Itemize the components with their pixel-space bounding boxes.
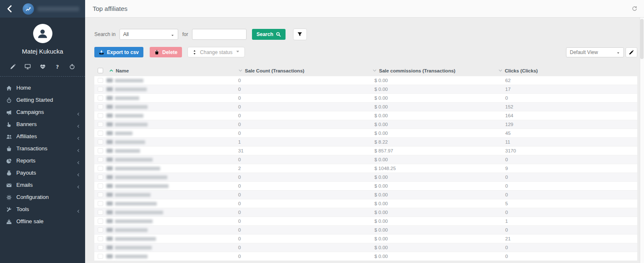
- table-row[interactable]: 0$ 0.000: [94, 191, 637, 199]
- table-row[interactable]: 0$ 0.0062: [94, 76, 637, 85]
- sidebar-item-emails[interactable]: Emails: [0, 179, 85, 191]
- row-checkbox[interactable]: [98, 175, 103, 180]
- table-row[interactable]: 0$ 0.000: [94, 155, 637, 164]
- sidebar-item-home[interactable]: Home: [0, 82, 85, 94]
- name-redacted: [106, 175, 113, 179]
- table-row[interactable]: 2$ 1048.259: [94, 164, 637, 173]
- row-checkbox[interactable]: [98, 201, 103, 206]
- column-label: Sale commissions (Transactions): [379, 68, 455, 73]
- edit-view-button[interactable]: [626, 47, 637, 57]
- table-row[interactable]: 0$ 0.000: [94, 243, 637, 252]
- chevron-left-icon: [76, 147, 80, 150]
- table-row[interactable]: 0$ 0.005: [94, 199, 637, 208]
- name-redacted: [115, 158, 153, 162]
- row-checkbox[interactable]: [98, 227, 103, 232]
- sidebar-item-transactions[interactable]: Transactions: [0, 142, 85, 155]
- column-header-sale-count-transactions-[interactable]: Sale Count (Transactions): [238, 68, 372, 73]
- sidebar-item-getting-started[interactable]: Getting Started: [0, 94, 85, 106]
- table-row[interactable]: 1$ 8.2211: [94, 138, 637, 147]
- row-checkbox[interactable]: [98, 87, 103, 92]
- cell-clicks: 17: [498, 87, 637, 92]
- funnel-icon: [297, 32, 302, 37]
- cell-name: [94, 183, 238, 188]
- table-row[interactable]: 0$ 0.00152: [94, 103, 637, 111]
- column-header-clicks-clicks-[interactable]: Clicks (Clicks): [498, 68, 637, 73]
- view-select[interactable]: Default View: [566, 47, 624, 57]
- row-checkbox[interactable]: [98, 122, 103, 127]
- sidebar-item-payouts[interactable]: Payouts: [0, 167, 85, 179]
- row-checkbox[interactable]: [98, 157, 103, 162]
- sidebar-item-banners[interactable]: Banners: [0, 118, 85, 130]
- name-redacted: [106, 149, 113, 153]
- row-checkbox[interactable]: [98, 139, 103, 144]
- back-chevron-icon[interactable]: [6, 5, 13, 13]
- gear-icon: [6, 194, 12, 200]
- table-row[interactable]: 0$ 0.000: [94, 94, 637, 103]
- table-row[interactable]: 31$ 857.973170: [94, 147, 637, 155]
- delete-button[interactable]: Delete: [150, 47, 182, 57]
- sidebar-item-label: Campaigns: [16, 109, 76, 115]
- row-checkbox[interactable]: [98, 148, 103, 153]
- column-label: Sale Count (Transactions): [245, 68, 304, 73]
- table-row[interactable]: 0$ 0.000: [94, 252, 637, 261]
- heartbeat-icon[interactable]: [40, 64, 46, 70]
- table-row[interactable]: 0$ 0.0045: [94, 129, 637, 138]
- cell-sale-count: 0: [238, 192, 372, 197]
- search-button[interactable]: Search: [252, 29, 286, 40]
- sidebar-item-reports[interactable]: Reports: [0, 155, 85, 167]
- pencil-icon[interactable]: [10, 64, 16, 70]
- table-row[interactable]: 0$ 0.000: [94, 173, 637, 182]
- cell-name: [94, 139, 238, 144]
- table-row[interactable]: 0$ 0.000: [94, 182, 637, 191]
- row-checkbox[interactable]: [98, 104, 103, 109]
- column-header-sale-commissions-transactions-[interactable]: Sale commissions (Transactions): [372, 68, 498, 73]
- table-row[interactable]: 0$ 0.00164: [94, 111, 637, 120]
- row-checkbox[interactable]: [98, 113, 103, 118]
- table-row[interactable]: 0$ 0.001: [94, 217, 637, 226]
- row-checkbox[interactable]: [98, 254, 103, 259]
- row-checkbox[interactable]: [98, 245, 103, 250]
- name-redacted: [106, 96, 113, 100]
- name-redacted: [115, 184, 169, 188]
- row-checkbox[interactable]: [98, 192, 103, 197]
- search-in-select[interactable]: All: [119, 29, 178, 40]
- change-status-button[interactable]: Change status: [187, 47, 245, 57]
- select-all-checkbox[interactable]: [98, 68, 103, 73]
- name-redacted: [106, 219, 113, 223]
- refresh-icon[interactable]: [632, 5, 638, 11]
- table-row[interactable]: 0$ 0.000: [94, 226, 637, 235]
- export-csv-button[interactable]: Export to csv: [94, 47, 143, 57]
- question-icon[interactable]: ?: [55, 64, 60, 70]
- row-checkbox[interactable]: [98, 131, 103, 136]
- monitor-icon[interactable]: [25, 64, 31, 70]
- cell-sale-commissions: $ 0.00: [372, 236, 498, 241]
- table-row[interactable]: 0$ 0.0017: [94, 85, 637, 94]
- table-row[interactable]: 0$ 0.0021: [94, 235, 637, 243]
- row-checkbox[interactable]: [98, 183, 103, 188]
- row-checkbox[interactable]: [98, 219, 103, 224]
- scrollbar-thumb[interactable]: [640, 19, 644, 59]
- search-term-input[interactable]: [192, 29, 247, 40]
- row-checkbox[interactable]: [98, 95, 103, 101]
- sidebar-item-offline-sale[interactable]: Offline sale: [0, 215, 85, 227]
- column-header-name[interactable]: Name: [94, 68, 238, 73]
- vertical-scrollbar[interactable]: [640, 18, 644, 263]
- table-row[interactable]: 0$ 0.00129: [94, 120, 637, 129]
- sidebar-item-configuration[interactable]: Configuration: [0, 191, 85, 203]
- row-checkbox[interactable]: [98, 78, 103, 83]
- power-icon[interactable]: [69, 64, 75, 70]
- table-row[interactable]: 0$ 0.000: [94, 208, 637, 217]
- cell-clicks: 0: [498, 157, 637, 162]
- pencil-icon: [629, 50, 634, 55]
- row-checkbox[interactable]: [98, 166, 103, 171]
- sidebar-item-campaigns[interactable]: Campaigns: [0, 106, 85, 118]
- cell-sale-count: 1: [238, 139, 372, 144]
- sidebar-item-affiliates[interactable]: Affiliates: [0, 130, 85, 142]
- filter-button[interactable]: [293, 28, 307, 40]
- cell-sale-commissions: $ 1048.25: [372, 166, 498, 171]
- row-checkbox[interactable]: [98, 210, 103, 215]
- name-redacted: [115, 228, 148, 232]
- row-checkbox[interactable]: [98, 236, 103, 241]
- sidebar-item-tools[interactable]: Tools: [0, 203, 85, 215]
- cell-sale-count: 0: [238, 219, 372, 224]
